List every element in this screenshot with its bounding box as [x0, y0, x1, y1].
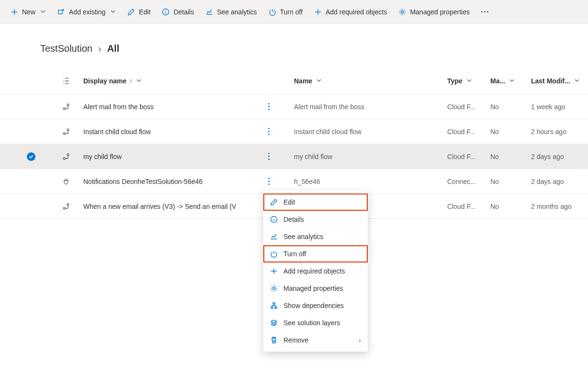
context-dependencies[interactable]: Show dependencies	[263, 297, 368, 314]
row-name: Instant child cloud flow	[292, 128, 445, 136]
context-remove-label: Remove	[283, 336, 308, 344]
turn-off-button[interactable]: Turn off	[264, 5, 307, 19]
row-display-name[interactable]: When a new email arrives (V3) -> Send an…	[81, 203, 263, 210]
context-edit[interactable]: Edit	[263, 194, 368, 211]
sort-asc-icon: ↑	[129, 78, 132, 84]
context-details[interactable]: Details	[263, 211, 368, 228]
analytics-button[interactable]: See analytics	[201, 5, 261, 19]
plus-icon	[314, 8, 322, 16]
modified-header-label: Last Modif...	[531, 77, 570, 85]
row-number-icon[interactable]	[53, 77, 81, 85]
context-solution-layers[interactable]: See solution layers	[263, 314, 368, 331]
more-actions-button[interactable]	[265, 100, 272, 113]
details-label: Details	[173, 8, 194, 16]
turn-off-label: Turn off	[280, 8, 303, 16]
flow-icon	[53, 153, 81, 160]
selected-check-icon	[27, 152, 35, 161]
row-type: Cloud F...	[445, 203, 488, 210]
flow-icon	[53, 203, 81, 210]
context-remove[interactable]: Remove ›	[263, 331, 368, 349]
row-type: Cloud F...	[445, 128, 488, 136]
command-bar: New Add existing Edit Details See analyt…	[0, 0, 588, 24]
gear-icon	[270, 285, 278, 292]
breadcrumb-root[interactable]: TestSolution	[40, 43, 92, 54]
power-icon	[270, 250, 278, 258]
analytics-icon	[270, 233, 278, 240]
row-display-name[interactable]: Notifications DeonheTestSolution-56e46	[81, 178, 263, 185]
svg-point-2	[401, 11, 404, 13]
svg-point-7	[63, 158, 65, 160]
chevron-down-icon	[574, 77, 580, 85]
more-actions-button[interactable]	[265, 175, 272, 188]
context-edit-label: Edit	[283, 198, 295, 206]
row-display-name[interactable]: my child flow	[81, 153, 263, 160]
row-modified: 1 week ago	[529, 103, 587, 111]
row-name: Alert mail from the boss	[292, 103, 445, 111]
more-actions-button[interactable]	[265, 150, 272, 163]
type-header-label: Type	[447, 77, 463, 85]
table-row[interactable]: Instant child cloud flowInstant child cl…	[0, 119, 588, 144]
table-row[interactable]: my child flowmy child flowCloud F...No2 …	[0, 144, 588, 169]
row-type: Cloud F...	[445, 103, 488, 111]
add-required-button[interactable]: Add required objects	[309, 5, 392, 19]
svg-rect-0	[58, 10, 62, 14]
context-managed-properties[interactable]: Managed properties	[263, 280, 368, 297]
row-selector[interactable]	[0, 152, 53, 161]
managed-header-label: Ma...	[490, 77, 505, 85]
add-existing-button[interactable]: Add existing	[53, 5, 121, 19]
more-actions-button[interactable]	[265, 125, 272, 138]
chevron-down-icon	[466, 77, 472, 85]
context-analytics[interactable]: See analytics	[263, 228, 368, 245]
new-label: New	[22, 8, 35, 16]
analytics-icon	[205, 8, 213, 16]
type-column-header[interactable]: Type	[445, 77, 488, 85]
row-display-name[interactable]: Instant child cloud flow	[81, 128, 263, 136]
edit-button[interactable]: Edit	[123, 5, 155, 19]
row-actions[interactable]	[263, 125, 292, 138]
row-name: h_56e46	[292, 178, 445, 185]
name-column-header[interactable]: Name	[292, 77, 445, 85]
row-managed: No	[488, 128, 529, 136]
row-actions[interactable]	[263, 175, 292, 188]
table-header: Display name ↑ Name Type Ma... Last Modi…	[0, 68, 588, 94]
managed-properties-button[interactable]: Managed properties	[394, 5, 475, 19]
svg-rect-13	[273, 303, 275, 304]
row-modified: 2 hours ago	[529, 128, 587, 136]
chevron-down-icon	[110, 8, 116, 16]
dependencies-icon	[270, 302, 278, 309]
table-row[interactable]: Alert mail from the bossAlert mail from …	[0, 94, 588, 119]
row-actions[interactable]	[263, 150, 292, 163]
breadcrumb-current: All	[107, 43, 120, 54]
display-name-column-header[interactable]: Display name ↑	[81, 77, 263, 85]
name-header-label: Name	[294, 77, 312, 85]
row-modified: 2 days ago	[529, 153, 587, 160]
row-display-name[interactable]: Alert mail from the boss	[81, 103, 263, 111]
overflow-menu-button[interactable]	[476, 8, 493, 15]
analytics-label: See analytics	[217, 8, 257, 16]
svg-point-10	[67, 204, 69, 205]
plug-icon	[53, 178, 81, 185]
context-managed-properties-label: Managed properties	[283, 285, 343, 292]
row-type: Cloud F...	[445, 153, 488, 160]
context-add-required[interactable]: Add required objects	[263, 262, 368, 280]
managed-column-header[interactable]: Ma...	[488, 77, 529, 85]
row-modified: 2 months ago	[529, 203, 587, 210]
details-button[interactable]: Details	[157, 5, 199, 19]
row-type: Connec...	[445, 178, 488, 185]
context-add-required-label: Add required objects	[283, 267, 345, 275]
edit-icon	[127, 8, 135, 16]
context-turn-off[interactable]: Turn off	[263, 245, 368, 262]
layers-icon	[270, 319, 278, 327]
modified-column-header[interactable]: Last Modif...	[529, 77, 587, 85]
chevron-right-icon: ›	[98, 43, 102, 54]
svg-point-6	[67, 129, 69, 131]
row-managed: No	[488, 103, 529, 111]
row-actions[interactable]	[263, 100, 292, 113]
chevron-down-icon	[316, 77, 322, 85]
breadcrumb: TestSolution › All	[0, 43, 588, 68]
edit-label: Edit	[139, 8, 150, 16]
row-managed: No	[488, 153, 529, 160]
svg-point-12	[273, 287, 275, 290]
new-button[interactable]: New	[6, 5, 51, 19]
flow-icon	[53, 103, 81, 111]
